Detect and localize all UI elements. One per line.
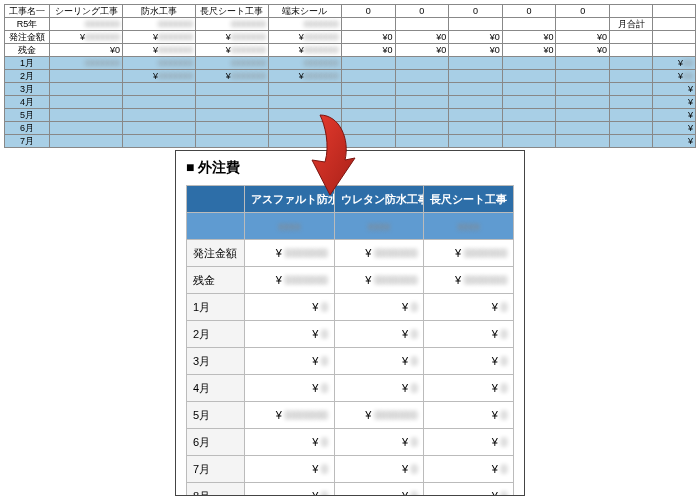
cell <box>341 18 395 31</box>
hdr-1: シーリング工事 <box>50 5 123 18</box>
arrow-down-icon <box>300 110 360 200</box>
dcell: ¥ 0 <box>424 483 514 497</box>
lbl-r5: R5年 <box>5 18 50 31</box>
cell: ¥0 <box>502 31 556 44</box>
hdr-4: 端末シール <box>268 5 341 18</box>
dcell: ¥ 0 <box>245 456 335 483</box>
cell: ¥0 <box>341 31 395 44</box>
dcell: ¥ 0000000 <box>424 267 514 294</box>
lbl-monthtotal: 月合計 <box>610 18 653 31</box>
cell: 0000000 <box>268 57 341 70</box>
lbl-4m: 4月 <box>5 96 50 109</box>
cell <box>50 96 123 109</box>
cell: 0000000 <box>50 57 123 70</box>
cell <box>502 96 556 109</box>
cell: ¥ <box>652 122 695 135</box>
cell: ¥0000000 <box>123 44 196 57</box>
dlbl-3: 3月 <box>187 348 245 375</box>
cell <box>395 18 449 31</box>
lbl-5m: 5月 <box>5 109 50 122</box>
cell <box>449 109 503 122</box>
dlbl-2: 2月 <box>187 321 245 348</box>
dcell: ¥ 0 <box>245 429 335 456</box>
hdr-3: 長尺シート工事 <box>195 5 268 18</box>
col-3: 長尺シート工事 <box>424 186 514 213</box>
cell <box>610 96 653 109</box>
cell: ¥0000000 <box>195 44 268 57</box>
dcell: ¥ 0 <box>424 402 514 429</box>
dlbl-6: 6月 <box>187 429 245 456</box>
drow-6: 6月 ¥ 0 ¥ 0 ¥ 0 <box>187 429 514 456</box>
lbl-remain: 残金 <box>5 44 50 57</box>
cell: ¥00 <box>652 57 695 70</box>
detail-table: アスファルト防水工事 ウレタン防水工事 長尺シート工事 xxxx xxxx xx… <box>186 185 514 496</box>
dcell: ¥ 0 <box>334 483 424 497</box>
cell <box>395 135 449 148</box>
dcell: ¥ 0 <box>245 321 335 348</box>
hdr-2: 防水工事 <box>123 5 196 18</box>
cell <box>502 57 556 70</box>
cell <box>556 135 610 148</box>
cell <box>195 83 268 96</box>
cell: ¥0 <box>556 31 610 44</box>
dcell: ¥ 0000000 <box>334 240 424 267</box>
detail-panel: ■ 外注費 アスファルト防水工事 ウレタン防水工事 長尺シート工事 xxxx x… <box>175 150 525 496</box>
dcell: ¥ 0 <box>334 321 424 348</box>
cell <box>341 83 395 96</box>
lbl-order: 発注金額 <box>5 31 50 44</box>
drow-4: 4月 ¥ 0 ¥ 0 ¥ 0 <box>187 375 514 402</box>
cell <box>123 109 196 122</box>
cell <box>556 57 610 70</box>
cell <box>610 109 653 122</box>
hdr-blank2 <box>652 5 695 18</box>
cell <box>449 135 503 148</box>
cell <box>556 70 610 83</box>
dcell: ¥ 0 <box>245 375 335 402</box>
dcell: ¥ 0 <box>424 375 514 402</box>
cell <box>123 135 196 148</box>
lbl-6m: 6月 <box>5 122 50 135</box>
cell: ¥0000000 <box>50 31 123 44</box>
cell <box>50 83 123 96</box>
cell: 0000000 <box>123 18 196 31</box>
cell <box>610 44 653 57</box>
cell <box>195 122 268 135</box>
cell: ¥0000000 <box>195 31 268 44</box>
hdr-9: 0 <box>556 5 610 18</box>
dcell: ¥ 0 <box>245 483 335 497</box>
cell <box>268 96 341 109</box>
cell <box>556 18 610 31</box>
cell <box>610 122 653 135</box>
detail-blank <box>187 186 245 213</box>
dcell: ¥ 0 <box>245 294 335 321</box>
lbl-7m: 7月 <box>5 135 50 148</box>
drow-1: 1月 ¥ 0 ¥ 0 ¥ 0 <box>187 294 514 321</box>
detail-subheader-row: xxxx xxxx xxxx <box>187 213 514 240</box>
cell <box>556 83 610 96</box>
cell: ¥ <box>652 83 695 96</box>
cell: ¥0000000 <box>123 70 196 83</box>
sub-2: xxxx <box>334 213 424 240</box>
cell: 0000000 <box>195 57 268 70</box>
cell <box>449 96 503 109</box>
dcell: ¥ 0 <box>424 321 514 348</box>
cell <box>449 70 503 83</box>
row-3m: 3月 ¥ <box>5 83 696 96</box>
lbl-1m: 1月 <box>5 57 50 70</box>
dcell: ¥ 0 <box>334 375 424 402</box>
hdr-5: 0 <box>341 5 395 18</box>
cell: ¥ <box>652 135 695 148</box>
detail-blank2 <box>187 213 245 240</box>
dcell: ¥ 0000000 <box>245 267 335 294</box>
cell: ¥0 <box>395 44 449 57</box>
cell <box>395 57 449 70</box>
cell <box>556 122 610 135</box>
dcell: ¥ 0000000 <box>334 267 424 294</box>
row-order: 発注金額 ¥0000000 ¥0000000 ¥0000000 ¥0000000… <box>5 31 696 44</box>
cell: ¥0000000 <box>268 31 341 44</box>
sub-1: xxxx <box>245 213 335 240</box>
drow-5: 5月 ¥ 0000000 ¥ 0000000 ¥ 0 <box>187 402 514 429</box>
cell: ¥0 <box>50 44 123 57</box>
cell: ¥0 <box>556 44 610 57</box>
hdr-0: 工事名一 <box>5 5 50 18</box>
